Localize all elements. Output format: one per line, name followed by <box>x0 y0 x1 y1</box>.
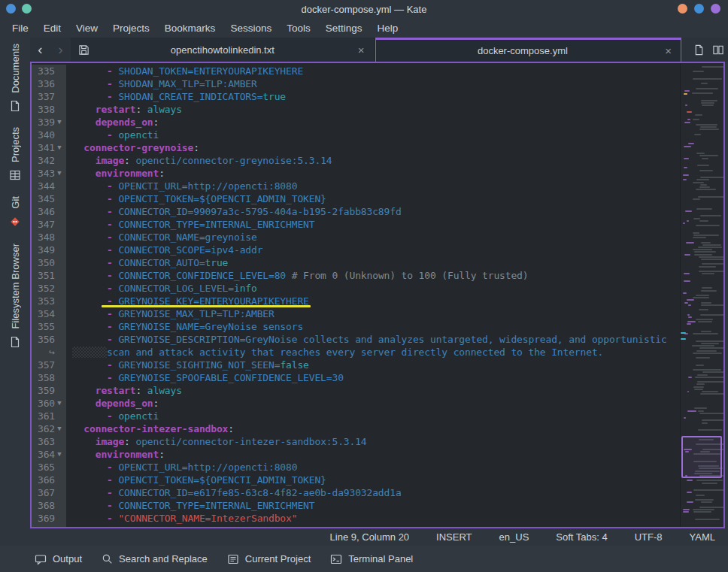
split-view-icon[interactable] <box>708 38 728 62</box>
code-text[interactable]: restart: always <box>66 103 680 116</box>
code-text[interactable]: - SHODAN_MAX_TLP=TLP:AMBER <box>66 77 680 90</box>
line-number-gutter[interactable]: 365 <box>32 461 66 474</box>
fold-arrow-icon[interactable]: ▼ <box>55 422 64 435</box>
code-line[interactable]: 339▼ depends_on: <box>32 116 680 129</box>
line-number-gutter[interactable]: 341▼ <box>32 141 66 154</box>
window-maximize-button[interactable] <box>694 4 704 14</box>
code-text[interactable]: - CONNECTOR_TYPE=INTERNAL_ENRICHMENT <box>66 499 680 512</box>
window-minimize-button[interactable] <box>678 4 687 14</box>
code-line[interactable]: 349 - CONNECTOR_SCOPE=ipv4-addr <box>32 244 680 256</box>
code-line-wrap[interactable]: ↪ scan and attack activity that reaches … <box>32 346 680 359</box>
code-text[interactable]: - SHODAN_CREATE_INDICATORS=true <box>66 90 680 103</box>
menu-edit[interactable]: Edit <box>36 20 68 37</box>
code-line[interactable]: 360▼ depends_on: <box>32 397 680 410</box>
code-line[interactable]: 368 - CONNECTOR_TYPE=INTERNAL_ENRICHMENT <box>32 499 680 512</box>
sidebar-item-projects[interactable]: Projects <box>9 127 21 181</box>
line-number-gutter[interactable]: 367 <box>32 486 66 499</box>
statusbar-cursor-position[interactable]: Line 9, Column 20 <box>330 531 410 543</box>
code-text[interactable]: - GREYNOISE_MAX_TLP=TLP:AMBER <box>66 307 680 320</box>
code-line[interactable]: 367 - CONNECTOR_ID=e617fe85-63c8-4f82-ae… <box>32 486 680 499</box>
sidebar-item-filesystem-browser[interactable]: Filesystem Browser <box>9 244 21 347</box>
code-text[interactable]: environment: <box>66 167 680 180</box>
line-number-gutter[interactable]: 356 <box>32 333 66 346</box>
window-close-button[interactable] <box>711 4 720 14</box>
code-line[interactable]: 336 - SHODAN_MAX_TLP=TLP:AMBER <box>32 77 680 90</box>
fold-arrow-icon[interactable]: ▼ <box>55 116 64 129</box>
line-number-gutter[interactable]: 352 <box>32 282 66 295</box>
sidebar-item-git[interactable]: Git <box>8 196 22 229</box>
fold-arrow-icon[interactable]: ▼ <box>55 141 64 154</box>
code-text[interactable]: - OPENCTI_URL=http://opencti:8080 <box>66 461 680 474</box>
code-text[interactable]: depends_on: <box>66 397 680 410</box>
line-number-gutter[interactable]: 370 <box>32 525 66 527</box>
line-number-gutter[interactable]: 335 <box>32 65 66 77</box>
code-line[interactable]: 356 - GREYNOISE_DESCRIPTION=GreyNoise co… <box>32 333 680 346</box>
code-line[interactable]: 366 - OPENCTI_TOKEN=${OPENCTI_ADMIN_TOKE… <box>32 474 680 486</box>
line-number-gutter[interactable]: 360▼ <box>32 397 66 410</box>
menu-tools[interactable]: Tools <box>279 20 318 37</box>
code-line[interactable]: 350 - CONNECTOR_AUTO=true <box>32 256 680 269</box>
code-text[interactable]: image: opencti/connector-intezer-sandbox… <box>66 435 680 448</box>
output-button[interactable]: Output <box>30 550 86 568</box>
code-text[interactable]: - GREYNOISE_NAME=GreyNoise sensors <box>66 320 680 333</box>
code-line[interactable]: 362▼ connector-intezer-sandbox: <box>32 422 680 435</box>
line-number-gutter[interactable]: 363 <box>32 435 66 448</box>
code-text[interactable]: - GREYNOISE_DESCRIPTION=GreyNoise collec… <box>66 333 680 346</box>
minimap-viewport[interactable] <box>681 436 722 478</box>
code-text[interactable]: - OPENCTI_TOKEN=${OPENCTI_ADMIN_TOKEN} <box>66 192 680 205</box>
line-number-gutter[interactable]: 353 <box>32 295 66 307</box>
code-line[interactable]: 335 - SHODAN_TOKEN=ENTERYOURAPIKEYHERE <box>32 65 680 77</box>
code-line[interactable]: 369 - "CONNECTOR_NAME=IntezerSandbox" <box>32 512 680 525</box>
line-number-gutter[interactable]: 338 <box>32 103 66 116</box>
code-line[interactable]: 365 - OPENCTI_URL=http://opencti:8080 <box>32 461 680 474</box>
line-number-gutter[interactable]: 336 <box>32 77 66 90</box>
menu-projects[interactable]: Projects <box>105 20 157 37</box>
code-line[interactable]: 344 - OPENCTI_URL=http://opencti:8080 <box>32 180 680 192</box>
line-number-gutter[interactable]: 358 <box>32 371 66 384</box>
statusbar-dictionary[interactable]: en_US <box>499 531 529 543</box>
code-text[interactable]: - GREYNOISE_SIGHTING_NOT_SEEN=false <box>66 359 680 371</box>
line-number-gutter[interactable]: 349 <box>32 244 66 256</box>
line-number-gutter[interactable]: 354 <box>32 307 66 320</box>
line-number-gutter[interactable]: 359 <box>32 384 66 397</box>
terminal-panel-button[interactable]: Terminal Panel <box>326 550 417 568</box>
line-number-gutter[interactable]: 350 <box>32 256 66 269</box>
line-number-gutter[interactable]: 355 <box>32 320 66 333</box>
code-text[interactable]: - CONNECTOR_ID=e617fe85-63c8-4f82-ae0b-d… <box>66 486 680 499</box>
line-number-gutter[interactable]: 368 <box>32 499 66 512</box>
fold-arrow-icon[interactable]: ▼ <box>55 448 64 461</box>
line-number-gutter[interactable]: 348 <box>32 231 66 244</box>
code-text[interactable]: - CONNECTOR_CONFIDENCE_LEVEL=80 # From 0… <box>66 269 680 282</box>
line-number-gutter[interactable]: 340 <box>32 129 66 141</box>
code-text[interactable]: - CONNECTOR_LOG_LEVEL=info <box>66 282 680 295</box>
code-text[interactable]: - CONNECTOR_ID=99097a3c-5795-404a-b195-2… <box>66 205 680 218</box>
line-number-gutter[interactable]: 346 <box>32 205 66 218</box>
code-text[interactable]: connector-intezer-sandbox: <box>66 422 680 435</box>
code-line[interactable]: 341▼ connector-greynoise: <box>32 141 680 154</box>
code-line[interactable]: 364▼ environment: <box>32 448 680 461</box>
code-text[interactable]: - OPENCTI_URL=http://opencti:8080 <box>66 180 680 192</box>
code-area[interactable]: 335 - SHODAN_TOKEN=ENTERYOURAPIKEYHERE33… <box>32 63 680 527</box>
code-text[interactable]: - "CONNECTOR_NAME=IntezerSandbox" <box>66 512 680 525</box>
code-line[interactable]: 345 - OPENCTI_TOKEN=${OPENCTI_ADMIN_TOKE… <box>32 192 680 205</box>
sidebar-item-documents[interactable]: Documents <box>9 44 21 112</box>
line-number-gutter[interactable]: 347 <box>32 218 66 231</box>
code-text[interactable]: image: opencti/connector-greynoise:5.3.1… <box>66 154 680 167</box>
code-line[interactable]: 348 - CONNECTOR_NAME=greynoise <box>32 231 680 244</box>
code-text[interactable]: - GREYNOISE_KEY=ENTERYOURAPIKEYHERE <box>66 295 680 307</box>
forward-icon[interactable]: › <box>50 38 71 62</box>
code-text[interactable]: - opencti <box>66 129 680 141</box>
fold-arrow-icon[interactable]: ▼ <box>55 167 64 180</box>
code-text[interactable]: - CONNECTOR_SCOPE=ipv4-addr <box>66 244 680 256</box>
code-text[interactable]: - OPENCTI_TOKEN=${OPENCTI_ADMIN_TOKEN} <box>66 474 680 486</box>
new-document-icon[interactable] <box>689 38 708 62</box>
tab-openctihowtolinkedin[interactable]: openctihowtolinkedin.txt × <box>71 38 375 62</box>
menu-bookmarks[interactable]: Bookmarks <box>157 20 223 37</box>
menu-file[interactable]: File <box>5 20 36 37</box>
line-number-gutter[interactable]: 345 <box>32 192 66 205</box>
line-number-gutter[interactable]: 362▼ <box>32 422 66 435</box>
line-number-gutter[interactable]: 361 <box>32 410 66 422</box>
menu-help[interactable]: Help <box>369 20 405 37</box>
code-line[interactable]: 353 - GREYNOISE_KEY=ENTERYOURAPIKEYHERE <box>32 295 680 307</box>
line-number-gutter[interactable]: ↪ <box>32 346 66 359</box>
